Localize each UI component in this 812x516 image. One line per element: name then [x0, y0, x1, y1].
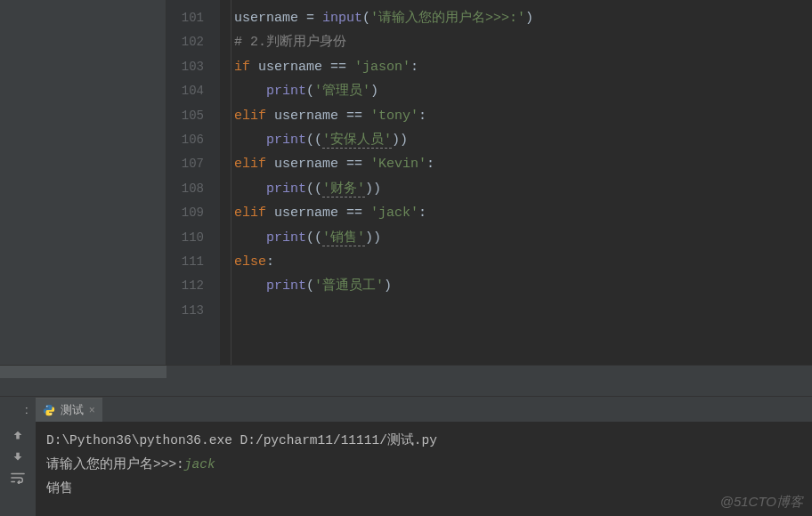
- code-editor[interactable]: 101102103104105106107108109110111112113 …: [166, 0, 812, 365]
- code-token: :: [266, 254, 274, 270]
- code-line[interactable]: elif username == 'jack':: [234, 201, 812, 225]
- code-token: ==: [338, 157, 370, 172]
- code-token: '普通员工': [314, 278, 384, 294]
- code-token: username: [234, 11, 298, 26]
- code-token: ((: [306, 181, 322, 197]
- code-line[interactable]: print(('财务')): [234, 177, 812, 201]
- console-user-input: jack: [184, 457, 215, 472]
- code-token: 'Kevin': [370, 157, 426, 172]
- code-token: # 2.判断用户身份: [234, 35, 346, 50]
- code-area[interactable]: username = input('请输入您的用户名>>>:')# 2.判断用户…: [220, 0, 812, 365]
- svg-point-0: [46, 405, 47, 406]
- code-token: :: [410, 60, 418, 75]
- run-tab-bar: : 测试 ×: [0, 397, 812, 422]
- code-token: input: [322, 11, 362, 26]
- run-body: D:\Python36\python36.exe D:/pycharm11/11…: [0, 422, 812, 516]
- code-token: elif: [234, 109, 266, 124]
- panel-divider-strip[interactable]: [0, 365, 812, 396]
- code-token: print: [266, 230, 306, 246]
- line-number: 110: [166, 226, 220, 250]
- code-token: elif: [234, 157, 266, 172]
- run-tab-active[interactable]: 测试 ×: [36, 398, 102, 422]
- code-token: =: [298, 11, 322, 26]
- code-line[interactable]: print('普通员工'): [234, 274, 812, 298]
- code-line[interactable]: print('管理员'): [234, 79, 812, 103]
- code-line[interactable]: print(('销售')): [234, 226, 812, 250]
- code-token: if: [234, 60, 250, 75]
- run-label-colon: :: [25, 403, 28, 416]
- console-output[interactable]: D:\Python36\python36.exe D:/pycharm11/11…: [36, 422, 812, 516]
- code-token: '财务': [322, 181, 365, 198]
- run-toolbar: [0, 422, 36, 516]
- code-token: ==: [322, 60, 354, 75]
- svg-point-1: [50, 413, 51, 414]
- code-line[interactable]: [234, 299, 812, 323]
- ide-window: 101102103104105106107108109110111112113 …: [0, 0, 812, 516]
- run-tab-label: 测试: [61, 402, 84, 418]
- panel-handle[interactable]: [0, 366, 166, 378]
- code-token: :: [426, 157, 434, 172]
- line-number: 101: [166, 6, 220, 30]
- code-token: [266, 206, 274, 221]
- project-panel[interactable]: [0, 0, 166, 365]
- line-number: 102: [166, 30, 220, 54]
- code-line[interactable]: username = input('请输入您的用户名>>>:'): [234, 6, 812, 30]
- console-cmd-line: D:\Python36\python36.exe D:/pycharm11/11…: [46, 433, 437, 447]
- code-token: ((: [306, 230, 322, 246]
- line-number: 104: [166, 79, 220, 103]
- code-line[interactable]: if username == 'jason':: [234, 55, 812, 79]
- code-token: print: [266, 133, 306, 148]
- code-token: username: [258, 60, 322, 75]
- code-token: )): [365, 181, 381, 197]
- arrow-down-icon[interactable]: [12, 450, 24, 463]
- code-token: username: [274, 206, 338, 221]
- code-token: ((: [306, 133, 322, 148]
- code-token: 'jason': [354, 60, 410, 75]
- code-line[interactable]: elif username == 'tony':: [234, 104, 812, 128]
- code-token: [266, 109, 274, 124]
- code-token: '管理员': [314, 84, 370, 99]
- code-token: ==: [338, 206, 370, 221]
- code-token: :: [418, 206, 426, 221]
- code-token: print: [266, 278, 306, 294]
- line-number: 107: [166, 152, 220, 176]
- line-number: 113: [166, 299, 220, 323]
- code-token: )): [392, 133, 408, 148]
- code-line[interactable]: # 2.判断用户身份: [234, 30, 812, 54]
- run-tool-window: : 测试 ×: [0, 396, 812, 516]
- arrow-up-icon[interactable]: [12, 429, 24, 441]
- close-icon[interactable]: ×: [89, 405, 95, 415]
- line-number: 108: [166, 177, 220, 201]
- code-token: [250, 60, 258, 75]
- code-token: 'jack': [370, 206, 418, 221]
- code-token: [234, 230, 266, 246]
- top-area: 101102103104105106107108109110111112113 …: [0, 0, 812, 365]
- code-token: 'tony': [370, 109, 418, 124]
- code-token: :: [418, 109, 426, 124]
- code-token: (: [306, 278, 314, 294]
- code-token: )): [365, 230, 381, 246]
- code-token: username: [274, 109, 338, 124]
- console-result-line: 销售: [46, 481, 73, 496]
- code-line[interactable]: else:: [234, 250, 812, 274]
- code-token: ==: [338, 109, 370, 124]
- code-token: [234, 84, 266, 99]
- code-token: username: [274, 157, 338, 172]
- code-token: [266, 157, 274, 172]
- code-token: else: [234, 254, 266, 270]
- soft-wrap-icon[interactable]: [11, 472, 25, 484]
- line-number: 112: [166, 274, 220, 298]
- code-line[interactable]: elif username == 'Kevin':: [234, 152, 812, 176]
- line-number-gutter: 101102103104105106107108109110111112113: [166, 0, 220, 365]
- code-token: ): [384, 278, 392, 294]
- console-prompt: 请输入您的用户名>>>:: [46, 457, 184, 472]
- line-number: 106: [166, 128, 220, 152]
- code-token: (: [362, 11, 370, 26]
- code-token: [234, 133, 266, 148]
- code-token: [234, 181, 266, 197]
- line-number: 111: [166, 250, 220, 274]
- code-line[interactable]: print(('安保人员')): [234, 128, 812, 152]
- code-token: '请输入您的用户名>>>:': [370, 11, 525, 26]
- code-token: elif: [234, 206, 266, 221]
- code-token: [234, 278, 266, 294]
